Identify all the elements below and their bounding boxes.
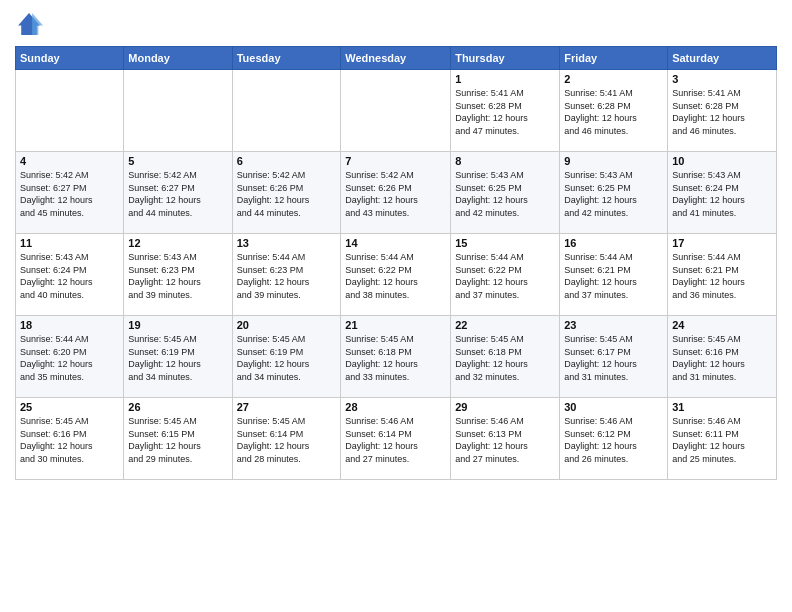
day-info: Sunrise: 5:46 AM Sunset: 6:13 PM Dayligh… [455,415,555,465]
day-info: Sunrise: 5:44 AM Sunset: 6:20 PM Dayligh… [20,333,119,383]
day-number: 26 [128,401,227,413]
calendar-cell: 30Sunrise: 5:46 AM Sunset: 6:12 PM Dayli… [560,398,668,480]
day-number: 29 [455,401,555,413]
calendar-cell: 3Sunrise: 5:41 AM Sunset: 6:28 PM Daylig… [668,70,777,152]
day-info: Sunrise: 5:44 AM Sunset: 6:21 PM Dayligh… [672,251,772,301]
week-row-1: 1Sunrise: 5:41 AM Sunset: 6:28 PM Daylig… [16,70,777,152]
day-number: 15 [455,237,555,249]
day-info: Sunrise: 5:44 AM Sunset: 6:23 PM Dayligh… [237,251,337,301]
calendar-cell: 20Sunrise: 5:45 AM Sunset: 6:19 PM Dayli… [232,316,341,398]
logo-icon [15,10,43,38]
calendar-cell: 16Sunrise: 5:44 AM Sunset: 6:21 PM Dayli… [560,234,668,316]
day-info: Sunrise: 5:42 AM Sunset: 6:27 PM Dayligh… [20,169,119,219]
day-number: 4 [20,155,119,167]
day-info: Sunrise: 5:45 AM Sunset: 6:17 PM Dayligh… [564,333,663,383]
calendar-cell: 5Sunrise: 5:42 AM Sunset: 6:27 PM Daylig… [124,152,232,234]
calendar-cell: 23Sunrise: 5:45 AM Sunset: 6:17 PM Dayli… [560,316,668,398]
calendar-cell [16,70,124,152]
day-number: 1 [455,73,555,85]
calendar-cell: 26Sunrise: 5:45 AM Sunset: 6:15 PM Dayli… [124,398,232,480]
calendar-cell: 12Sunrise: 5:43 AM Sunset: 6:23 PM Dayli… [124,234,232,316]
day-number: 6 [237,155,337,167]
calendar-cell: 27Sunrise: 5:45 AM Sunset: 6:14 PM Dayli… [232,398,341,480]
day-number: 13 [237,237,337,249]
calendar-cell: 6Sunrise: 5:42 AM Sunset: 6:26 PM Daylig… [232,152,341,234]
weekday-header-thursday: Thursday [451,47,560,70]
day-number: 12 [128,237,227,249]
calendar: SundayMondayTuesdayWednesdayThursdayFrid… [15,46,777,480]
day-number: 3 [672,73,772,85]
calendar-cell: 8Sunrise: 5:43 AM Sunset: 6:25 PM Daylig… [451,152,560,234]
calendar-cell [124,70,232,152]
day-number: 2 [564,73,663,85]
day-info: Sunrise: 5:46 AM Sunset: 6:11 PM Dayligh… [672,415,772,465]
day-number: 16 [564,237,663,249]
calendar-cell: 31Sunrise: 5:46 AM Sunset: 6:11 PM Dayli… [668,398,777,480]
calendar-cell: 19Sunrise: 5:45 AM Sunset: 6:19 PM Dayli… [124,316,232,398]
calendar-cell [232,70,341,152]
day-number: 10 [672,155,772,167]
day-info: Sunrise: 5:42 AM Sunset: 6:27 PM Dayligh… [128,169,227,219]
week-row-5: 25Sunrise: 5:45 AM Sunset: 6:16 PM Dayli… [16,398,777,480]
day-number: 7 [345,155,446,167]
day-number: 22 [455,319,555,331]
calendar-cell: 4Sunrise: 5:42 AM Sunset: 6:27 PM Daylig… [16,152,124,234]
calendar-cell: 7Sunrise: 5:42 AM Sunset: 6:26 PM Daylig… [341,152,451,234]
day-info: Sunrise: 5:41 AM Sunset: 6:28 PM Dayligh… [564,87,663,137]
calendar-cell: 21Sunrise: 5:45 AM Sunset: 6:18 PM Dayli… [341,316,451,398]
calendar-cell: 1Sunrise: 5:41 AM Sunset: 6:28 PM Daylig… [451,70,560,152]
calendar-cell: 2Sunrise: 5:41 AM Sunset: 6:28 PM Daylig… [560,70,668,152]
day-info: Sunrise: 5:42 AM Sunset: 6:26 PM Dayligh… [237,169,337,219]
day-number: 28 [345,401,446,413]
day-info: Sunrise: 5:45 AM Sunset: 6:16 PM Dayligh… [20,415,119,465]
day-info: Sunrise: 5:45 AM Sunset: 6:18 PM Dayligh… [455,333,555,383]
day-number: 11 [20,237,119,249]
weekday-header-friday: Friday [560,47,668,70]
day-number: 31 [672,401,772,413]
day-info: Sunrise: 5:46 AM Sunset: 6:14 PM Dayligh… [345,415,446,465]
weekday-header-sunday: Sunday [16,47,124,70]
day-number: 18 [20,319,119,331]
calendar-cell: 18Sunrise: 5:44 AM Sunset: 6:20 PM Dayli… [16,316,124,398]
day-info: Sunrise: 5:46 AM Sunset: 6:12 PM Dayligh… [564,415,663,465]
day-info: Sunrise: 5:41 AM Sunset: 6:28 PM Dayligh… [672,87,772,137]
calendar-cell: 9Sunrise: 5:43 AM Sunset: 6:25 PM Daylig… [560,152,668,234]
day-info: Sunrise: 5:44 AM Sunset: 6:21 PM Dayligh… [564,251,663,301]
calendar-cell: 13Sunrise: 5:44 AM Sunset: 6:23 PM Dayli… [232,234,341,316]
calendar-cell: 14Sunrise: 5:44 AM Sunset: 6:22 PM Dayli… [341,234,451,316]
day-info: Sunrise: 5:45 AM Sunset: 6:19 PM Dayligh… [237,333,337,383]
week-row-2: 4Sunrise: 5:42 AM Sunset: 6:27 PM Daylig… [16,152,777,234]
day-info: Sunrise: 5:43 AM Sunset: 6:24 PM Dayligh… [20,251,119,301]
day-number: 23 [564,319,663,331]
day-number: 17 [672,237,772,249]
day-number: 21 [345,319,446,331]
weekday-header-monday: Monday [124,47,232,70]
day-info: Sunrise: 5:45 AM Sunset: 6:18 PM Dayligh… [345,333,446,383]
calendar-cell: 28Sunrise: 5:46 AM Sunset: 6:14 PM Dayli… [341,398,451,480]
day-info: Sunrise: 5:45 AM Sunset: 6:14 PM Dayligh… [237,415,337,465]
day-number: 20 [237,319,337,331]
day-info: Sunrise: 5:43 AM Sunset: 6:24 PM Dayligh… [672,169,772,219]
day-info: Sunrise: 5:43 AM Sunset: 6:25 PM Dayligh… [455,169,555,219]
day-number: 25 [20,401,119,413]
day-number: 14 [345,237,446,249]
day-number: 19 [128,319,227,331]
weekday-header-wednesday: Wednesday [341,47,451,70]
calendar-cell: 29Sunrise: 5:46 AM Sunset: 6:13 PM Dayli… [451,398,560,480]
calendar-cell: 24Sunrise: 5:45 AM Sunset: 6:16 PM Dayli… [668,316,777,398]
calendar-cell: 22Sunrise: 5:45 AM Sunset: 6:18 PM Dayli… [451,316,560,398]
day-info: Sunrise: 5:45 AM Sunset: 6:19 PM Dayligh… [128,333,227,383]
page: SundayMondayTuesdayWednesdayThursdayFrid… [0,0,792,612]
week-row-3: 11Sunrise: 5:43 AM Sunset: 6:24 PM Dayli… [16,234,777,316]
weekday-header-tuesday: Tuesday [232,47,341,70]
day-info: Sunrise: 5:43 AM Sunset: 6:23 PM Dayligh… [128,251,227,301]
calendar-cell: 10Sunrise: 5:43 AM Sunset: 6:24 PM Dayli… [668,152,777,234]
calendar-cell: 11Sunrise: 5:43 AM Sunset: 6:24 PM Dayli… [16,234,124,316]
header [15,10,777,38]
week-row-4: 18Sunrise: 5:44 AM Sunset: 6:20 PM Dayli… [16,316,777,398]
calendar-cell [341,70,451,152]
day-number: 9 [564,155,663,167]
day-info: Sunrise: 5:45 AM Sunset: 6:15 PM Dayligh… [128,415,227,465]
svg-marker-1 [32,13,43,35]
day-number: 27 [237,401,337,413]
